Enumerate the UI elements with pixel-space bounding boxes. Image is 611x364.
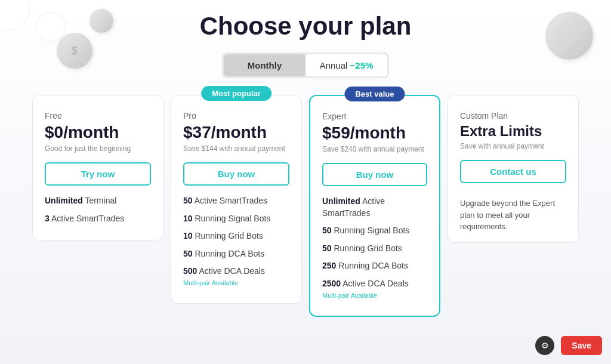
feature-item: 10 Running Signal Bots <box>183 213 289 225</box>
plans-container: Free $0/month Good for just the beginnin… <box>0 95 611 317</box>
feature-item: Unlimited Terminal <box>45 195 151 207</box>
feature-bold: 10 <box>183 214 193 223</box>
feature-text: Active SmartTrades <box>193 196 268 205</box>
multi-pair-label: Multi-pair Available <box>322 291 427 300</box>
feature-text: Running DCA Bots <box>193 249 265 258</box>
plan-btn-free[interactable]: Try now <box>45 162 151 186</box>
feature-bold: Unlimited <box>322 196 360 206</box>
feature-text: Running Signal Bots <box>332 226 410 235</box>
feature-bold: 50 <box>183 196 193 205</box>
annual-toggle-btn[interactable]: Annual −25% <box>306 54 387 76</box>
feature-text: Running Grid Bots <box>332 243 402 253</box>
settings-icon[interactable]: ⚙ <box>535 336 554 355</box>
discount-label: −25% <box>350 60 374 70</box>
feature-text: Active SmartTrades <box>50 214 125 223</box>
plan-price-custom: Extra Limits <box>460 123 566 140</box>
feature-bold: 2500 <box>322 279 341 288</box>
feature-bold: 3 <box>45 214 50 223</box>
feature-item: 2500 Active DCA DealsMulti-pair Availabl… <box>322 278 427 300</box>
save-button[interactable]: Save <box>561 336 602 355</box>
features-list: Unlimited Terminal3 Active SmartTrades <box>45 195 151 224</box>
plan-savings-pro: Save $144 with annual payment <box>183 144 289 154</box>
feature-item: 500 Active DCA DealsMulti-pair Available <box>183 266 289 288</box>
billing-toggle: Monthly Annual −25% <box>222 53 389 78</box>
plan-price-expert: $59/month <box>322 124 427 143</box>
multi-pair-label: Multi-pair Available <box>183 279 289 288</box>
monthly-toggle-btn[interactable]: Monthly <box>224 54 306 76</box>
feature-text: Terminal <box>83 196 117 205</box>
feature-bold: Unlimited <box>45 196 83 205</box>
feature-item: 50 Running DCA Bots <box>183 248 289 260</box>
plan-type-pro: Pro <box>183 111 289 121</box>
annual-label: Annual <box>320 60 348 70</box>
feature-item: 50 Running Grid Bots <box>322 243 427 255</box>
feature-text: Running Signal Bots <box>193 214 271 223</box>
plan-savings-expert: Save $240 with annual payment <box>322 145 427 155</box>
feature-item: 3 Active SmartTrades <box>45 213 151 225</box>
feature-item: 50 Running Signal Bots <box>322 225 427 237</box>
main-content: Choose your plan Monthly Annual −25% Fre… <box>0 0 611 317</box>
feature-text: Active DCA Deals <box>341 279 409 288</box>
plan-badge-expert: Best value <box>344 87 405 101</box>
feature-bold: 50 <box>322 226 332 235</box>
features-list: 50 Active SmartTrades10 Running Signal B… <box>183 195 289 288</box>
feature-item: 50 Active SmartTrades <box>183 195 289 207</box>
feature-item: 10 Running Grid Bots <box>183 230 289 242</box>
plan-price-pro: $37/month <box>183 123 289 142</box>
plan-badge-pro: Most popular <box>201 86 271 101</box>
plan-btn-expert[interactable]: Buy now <box>322 163 427 186</box>
feature-item: Unlimited Active SmartTrades <box>322 196 427 219</box>
feature-text: Active DCA Deals <box>197 266 265 276</box>
plan-savings-custom: Save with annual payment <box>460 142 566 152</box>
plan-card-pro: Most popular Pro $37/month Save $144 wit… <box>171 95 302 304</box>
page-wrapper: $ Choose your plan Monthly Annual −25% F… <box>0 0 611 364</box>
plan-savings-free: Good for just the beginning <box>45 144 151 154</box>
plan-type-expert: Expert <box>322 112 427 121</box>
feature-bold: 50 <box>183 249 193 258</box>
plan-type-custom: Custom Plan <box>460 111 566 121</box>
page-title: Choose your plan <box>0 5 611 53</box>
plan-card-custom: Custom Plan Extra Limits Save with annua… <box>448 95 579 243</box>
features-list: Unlimited Active SmartTrades50 Running S… <box>322 196 427 300</box>
feature-text: Running Grid Bots <box>193 231 263 240</box>
feature-bold: 250 <box>322 261 336 270</box>
billing-toggle-container: Monthly Annual −25% <box>0 53 611 78</box>
plan-btn-custom[interactable]: Contact us <box>460 160 566 183</box>
feature-bold: 50 <box>322 243 332 253</box>
plan-card-free: Free $0/month Good for just the beginnin… <box>32 95 163 240</box>
plan-price-free: $0/month <box>45 123 151 142</box>
feature-text: Running DCA Bots <box>336 261 408 270</box>
plan-type-free: Free <box>45 111 151 121</box>
feature-item: 250 Running DCA Bots <box>322 260 427 272</box>
feature-bold: 10 <box>183 231 193 240</box>
feature-bold: 500 <box>183 266 197 276</box>
custom-desc: Upgrade beyond the Expert plan to meet a… <box>460 198 566 233</box>
plan-card-expert: Best value Expert $59/month Save $240 wi… <box>309 95 440 317</box>
plan-btn-pro[interactable]: Buy now <box>183 162 289 186</box>
